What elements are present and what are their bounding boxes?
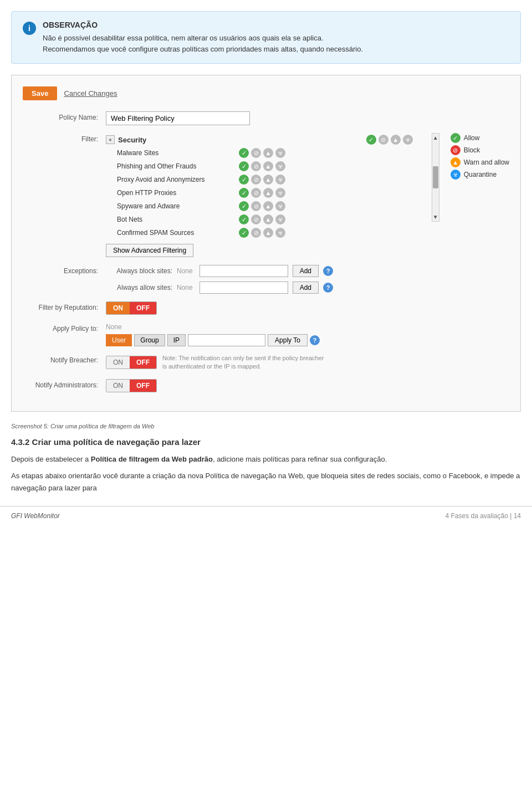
footer-right: 4 Fases da avaliação | 14 [445,512,521,520]
legend-block-icon: ⊘ [451,145,461,155]
filter-item-icons: ✓ ⊘ ▲ ☣ [239,148,285,158]
policy-name-input[interactable] [106,111,250,125]
section-content: 4.3.2 Criar uma política de navegação pa… [11,435,521,495]
allow-icon[interactable]: ✓ [239,228,249,238]
cancel-button[interactable]: Cancel Changes [64,89,117,98]
always-allow-input[interactable] [200,282,288,294]
quarantine-icon[interactable]: ☣ [275,214,285,224]
filter-item-name: Malware Sites [106,149,239,157]
filter-item-malware: Malware Sites ✓ ⊘ ▲ ☣ [106,146,426,160]
filter-reputation-off[interactable]: OFF [130,302,156,314]
policy-name-content [106,111,509,125]
always-allow-line: Always allow sites: None Add ? [106,282,333,294]
section-para1: Depois de estabelecer a Política de filt… [11,453,521,465]
quarantine-icon[interactable]: ☣ [275,228,285,238]
allow-icon[interactable]: ✓ [239,175,249,185]
notify-breacher-content: ON OFF Note: The notification can only b… [106,354,509,371]
always-block-help-icon[interactable]: ? [323,266,333,276]
filter-item-icons: ✓ ⊘ ▲ ☣ [239,201,285,211]
warn-icon[interactable]: ▲ [263,161,273,171]
warn-icon[interactable]: ▲ [263,214,273,224]
block-icon-header[interactable]: ⊘ [378,135,388,145]
notify-breacher-off[interactable]: OFF [130,356,156,369]
scroll-down-arrow[interactable]: ▼ [433,214,438,220]
filter-section-title: Security [118,136,146,144]
apply-policy-help-icon[interactable]: ? [310,335,320,345]
filter-item-phishing: Phishing and Other Frauds ✓ ⊘ ▲ ☣ [106,160,426,173]
warn-icon[interactable]: ▲ [263,148,273,158]
filter-item-http: Open HTTP Proxies ✓ ⊘ ▲ ☣ [106,186,426,199]
filter-item-name: Confirmed SPAM Sources [106,229,239,237]
section-heading-text: Criar uma política de navegação para laz… [32,437,201,447]
filter-reputation-label: Filter by Reputation: [23,301,106,311]
warn-icon-header[interactable]: ▲ [391,135,401,145]
allow-icon[interactable]: ✓ [239,201,249,211]
toolbar: Save Cancel Changes [23,86,509,100]
scrollbar[interactable]: ▲ ▼ [432,133,439,222]
filter-section-header: + Security ✓ ⊘ ▲ ☣ [106,133,426,146]
apply-none-value: None [106,323,122,331]
always-allow-add-button[interactable]: Add [293,282,319,294]
legend-quarantine-icon: ☣ [451,170,461,180]
notify-breacher-controls: ON OFF Note: The notification can only b… [106,354,509,371]
notify-breacher-row: Notify Breacher: ON OFF Note: The notifi… [23,354,509,371]
legend-warn: ▲ Warn and allow [451,157,509,167]
scroll-up-arrow[interactable]: ▲ [433,135,438,141]
filter-item-spam: Confirmed SPAM Sources ✓ ⊘ ▲ ☣ [106,226,426,239]
notify-admins-toggle: ON OFF [106,379,157,392]
filter-content: + Security ✓ ⊘ ▲ ☣ [106,133,509,257]
filter-scroll-area: + Security ✓ ⊘ ▲ ☣ [106,133,509,257]
allow-icon[interactable]: ✓ [239,214,249,224]
notify-admins-row: Notify Administrators: ON OFF [23,379,509,392]
apply-policy-label: Apply Policy to: [23,323,106,332]
exceptions-label: Exceptions: [23,265,106,275]
warn-icon[interactable]: ▲ [263,201,273,211]
block-icon[interactable]: ⊘ [251,214,261,224]
notify-admins-off[interactable]: OFF [130,380,156,392]
expand-icon[interactable]: + [106,135,115,144]
notify-breacher-on[interactable]: ON [106,356,130,369]
tab-ip-button[interactable]: IP [167,334,186,346]
always-block-add-button[interactable]: Add [293,265,319,277]
allow-icon-header[interactable]: ✓ [366,135,376,145]
section-number: 4.3.2 [11,437,29,447]
exceptions-rows: Always block sites: None Add ? Always al… [106,265,509,294]
show-advanced-button[interactable]: Show Advanced Filtering [106,244,193,257]
block-icon[interactable]: ⊘ [251,228,261,238]
notify-admins-content: ON OFF [106,379,509,392]
block-icon[interactable]: ⊘ [251,161,261,171]
allow-icon[interactable]: ✓ [239,148,249,158]
quarantine-icon[interactable]: ☣ [275,161,285,171]
screenshot-caption: Screenshot 5: Criar uma política de filt… [11,423,521,429]
warn-icon[interactable]: ▲ [263,228,273,238]
quarantine-icon[interactable]: ☣ [275,148,285,158]
notify-admins-on[interactable]: ON [106,380,130,392]
block-icon[interactable]: ⊘ [251,175,261,185]
allow-icon[interactable]: ✓ [239,161,249,171]
warn-icon[interactable]: ▲ [263,175,273,185]
allow-icon[interactable]: ✓ [239,188,249,198]
warn-icon[interactable]: ▲ [263,188,273,198]
tab-group-button[interactable]: Group [134,334,165,346]
info-box: i OBSERVAÇÃO Não é possível desabilitar … [11,11,521,64]
quarantine-icon-header[interactable]: ☣ [403,135,413,145]
filter-reputation-on[interactable]: ON [106,302,130,314]
block-icon[interactable]: ⊘ [251,201,261,211]
info-icon: i [23,22,36,35]
always-block-input[interactable] [200,265,288,277]
footer: GFI WebMonitor 4 Fases da avaliação | 14 [0,506,532,525]
block-icon[interactable]: ⊘ [251,188,261,198]
quarantine-icon[interactable]: ☣ [275,201,285,211]
legend-block: ⊘ Block [451,145,509,155]
apply-policy-input[interactable] [188,334,265,346]
save-button[interactable]: Save [23,86,57,100]
always-allow-help-icon[interactable]: ? [323,283,333,293]
quarantine-icon[interactable]: ☣ [275,188,285,198]
scroll-thumb[interactable] [433,166,438,188]
section-title: 4.3.2 Criar uma política de navegação pa… [11,435,521,449]
apply-to-button[interactable]: Apply To [268,334,308,346]
block-icon[interactable]: ⊘ [251,148,261,158]
quarantine-icon[interactable]: ☣ [275,175,285,185]
legend-quarantine-label: Quarantine [464,171,497,178]
tab-user-button[interactable]: User [106,334,132,346]
